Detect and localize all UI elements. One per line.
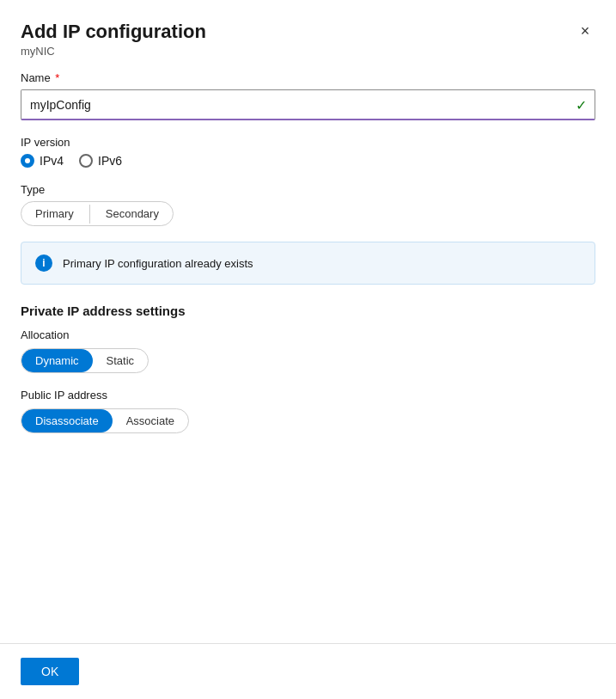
required-indicator: * [52,71,60,84]
private-ip-section: Private IP address settings Allocation D… [21,304,595,373]
dialog-title: Add IP configuration [21,21,595,43]
type-secondary-button[interactable]: Secondary [92,202,173,225]
type-primary-button[interactable]: Primary [21,202,88,225]
close-icon: × [581,22,590,40]
name-label: Name * [21,71,595,84]
dialog-subtitle: myNIC [21,45,595,58]
info-box: i Primary IP configuration already exist… [21,242,595,285]
allocation-toggle-group: Dynamic Static [21,348,149,373]
type-divider [89,205,90,224]
public-ip-toggle-group: Disassociate Associate [21,408,189,433]
type-field-group: Type Primary Secondary [21,183,595,226]
ip-version-radio-group: IPv4 IPv6 [21,154,595,168]
ip-version-group: IP version IPv4 IPv6 [21,136,595,168]
ipv4-label: IPv4 [40,154,64,168]
disassociate-button[interactable]: Disassociate [21,409,113,432]
ok-button[interactable]: OK [21,658,79,685]
dialog-body: Name * ✓ IP version IPv4 IPv6 [0,64,616,643]
allocation-dynamic-button[interactable]: Dynamic [21,349,93,372]
dialog-footer: OK [0,643,616,699]
close-button[interactable]: × [571,17,599,45]
add-ip-config-dialog: Add IP configuration myNIC × Name * ✓ IP… [0,0,616,699]
info-icon: i [35,254,52,272]
ipv6-radio-circle [79,154,93,168]
public-ip-label: Public IP address [21,389,595,402]
public-ip-section: Public IP address Disassociate Associate [21,389,595,433]
associate-button[interactable]: Associate [113,409,188,432]
name-input[interactable] [21,89,595,120]
name-input-wrapper: ✓ [21,89,595,120]
allocation-static-button[interactable]: Static [93,349,149,372]
info-message: Primary IP configuration already exists [63,257,253,270]
name-field-group: Name * ✓ [21,71,595,120]
checkmark-icon: ✓ [576,97,587,113]
dialog-header: Add IP configuration myNIC × [0,0,616,64]
type-label: Type [21,183,595,196]
private-ip-title: Private IP address settings [21,304,595,318]
allocation-label: Allocation [21,328,595,341]
ipv6-radio-item[interactable]: IPv6 [79,154,122,168]
ipv6-label: IPv6 [98,154,122,168]
ip-version-label: IP version [21,136,595,149]
type-toggle-group: Primary Secondary [21,201,174,226]
ipv4-radio-item[interactable]: IPv4 [21,154,64,168]
ipv4-radio-circle [21,154,34,168]
